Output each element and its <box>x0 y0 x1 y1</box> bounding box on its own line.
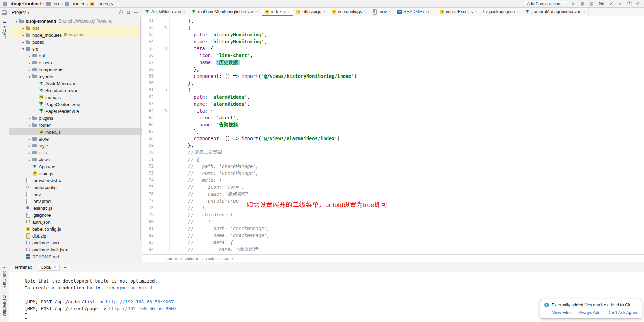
history-icon[interactable] <box>626 1 632 7</box>
collapse-arrow-icon[interactable]: ▾ <box>27 123 32 127</box>
code-line[interactable]: 76 // name: '盘点管理', <box>142 190 644 197</box>
tool-button-favorites[interactable]: 2: Favorites <box>2 295 7 316</box>
code-line[interactable]: 83 // meta: { <box>142 239 644 246</box>
code-line[interactable]: 65 icon: 'alert', <box>142 114 644 121</box>
tree-item[interactable]: .gitignore <box>9 212 142 218</box>
tool-button-structure[interactable]: 7: Structure <box>2 266 7 288</box>
close-icon[interactable] <box>431 9 433 14</box>
tree-item[interactable]: main.js <box>9 170 142 177</box>
close-icon[interactable] <box>183 9 185 14</box>
tree-item[interactable]: .browserslistrc <box>9 177 142 184</box>
terminal-tab-local[interactable]: Local <box>38 264 60 271</box>
expand-arrow-icon[interactable]: ▸ <box>27 54 32 58</box>
editor-tab[interactable]: package.json <box>480 8 522 16</box>
expand-arrow-icon[interactable]: ▸ <box>20 33 26 37</box>
expand-arrow-icon[interactable]: ▸ <box>27 61 32 65</box>
code-editor[interactable]: 51 },52 {53 path: 'historyMonitoring',54… <box>142 16 644 254</box>
tree-item[interactable]: auth.json <box>9 218 142 225</box>
project-view-dropdown[interactable]: Project <box>12 10 26 15</box>
expand-arrow-icon[interactable]: ▸ <box>20 40 26 44</box>
tree-item[interactable]: ▸style <box>9 142 142 149</box>
tree-item[interactable]: index.js <box>9 128 142 135</box>
code-line[interactable]: 61 { <box>142 87 644 93</box>
tree-item[interactable]: PageContent.vue <box>9 101 142 108</box>
code-line[interactable]: 80 // { <box>142 218 644 225</box>
tree-item[interactable]: README.md <box>9 253 142 260</box>
code-line[interactable]: 67 }, <box>142 128 644 135</box>
editor-tab[interactable]: importExcel.js <box>436 8 480 16</box>
terminal-link[interactable]: http://192.168.66.56:9007 <box>106 299 174 304</box>
editor-tab[interactable]: index.js <box>262 8 293 16</box>
tree-item[interactable]: ▾src <box>9 45 142 52</box>
code-line[interactable]: 60 }, <box>142 80 644 87</box>
code-line[interactable]: 72 // path: 'checkManage', <box>142 163 644 170</box>
close-icon[interactable] <box>583 9 585 14</box>
close-icon[interactable] <box>256 9 259 14</box>
code-line[interactable]: 52 { <box>142 24 644 31</box>
tree-item[interactable]: package-lock.json <box>9 246 142 253</box>
breadcrumb-item[interactable]: index.js <box>89 1 113 6</box>
notification-action[interactable]: Don't Ask Again <box>607 310 637 315</box>
code-line[interactable]: 68 component: () => import('@/views/alar… <box>142 135 644 142</box>
editor-tab[interactable]: http-api.js <box>293 8 328 16</box>
breadcrumb-item[interactable]: duoji-frontend <box>3 1 41 6</box>
code-line[interactable]: 82 // name: 'checkManage', <box>142 232 644 239</box>
tree-item[interactable]: ▸plugins <box>9 115 142 122</box>
editor-tab[interactable]: AsideMenu.vue <box>142 8 188 16</box>
code-line[interactable]: 64 meta: { <box>142 107 644 114</box>
code-line[interactable]: 54 name: 'historyMonitoring', <box>142 38 644 45</box>
editor-tab[interactable]: realTimeMonitoring\index.vue <box>188 8 262 16</box>
tree-item[interactable]: dist.zip <box>9 232 142 239</box>
breadcrumb-item[interactable]: name <box>222 256 233 261</box>
close-icon[interactable] <box>54 265 56 270</box>
tree-item[interactable]: App.vue <box>9 163 142 170</box>
code-line[interactable]: 66 name: '告警视频' <box>142 121 644 128</box>
code-line[interactable]: 75 // icon: 'form', <box>142 184 644 190</box>
tree-item[interactable]: babel.config.js <box>9 225 142 232</box>
code-line[interactable]: 69 }, <box>142 142 644 149</box>
close-icon[interactable] <box>475 9 477 14</box>
code-line[interactable]: 84 // name: '盘点管理' <box>142 246 644 253</box>
code-line[interactable]: 63 name: 'alarmVideos', <box>142 100 644 107</box>
new-session-icon[interactable] <box>62 265 67 270</box>
close-icon[interactable] <box>517 9 519 14</box>
breadcrumb-item[interactable]: meta <box>206 256 215 261</box>
notification-action[interactable]: View Files <box>552 310 572 315</box>
breadcrumb-item[interactable]: router <box>65 1 85 6</box>
editor-tab[interactable]: vue.config.js <box>328 8 369 16</box>
code-line[interactable]: 53 path: 'historyMonitoring', <box>142 31 644 38</box>
bug-icon[interactable] <box>579 1 585 7</box>
code-line[interactable]: 74 // meta: { <box>142 177 644 184</box>
tree-item[interactable]: ▸node_moduleslibrary root <box>9 32 142 38</box>
coverage-icon[interactable] <box>588 1 594 7</box>
editor-tab[interactable]: .env <box>369 8 394 16</box>
code-line[interactable]: 58 }, <box>142 66 644 73</box>
code-line[interactable]: 81 // path: 'checkManage', <box>142 225 644 232</box>
collapse-arrow-icon[interactable]: ▾ <box>14 19 19 23</box>
collapse-arrow-icon[interactable]: ▾ <box>27 75 32 79</box>
notification-action[interactable]: Always Add <box>579 310 601 315</box>
code-line[interactable]: 71 // { <box>142 156 644 163</box>
tool-button-project[interactable]: 1: Project <box>2 21 7 39</box>
editor-tab[interactable]: README.md <box>394 8 436 16</box>
tree-item[interactable]: Breadcrumb.vue <box>9 87 142 94</box>
code-line[interactable]: 70 //设置二级菜单 <box>142 149 644 156</box>
locate-file-icon[interactable] <box>118 9 124 15</box>
tree-item[interactable]: ▾router <box>9 122 142 128</box>
code-line[interactable]: 56 icon: 'line-chart', <box>142 52 644 59</box>
tree-item[interactable]: ▸store <box>9 135 142 142</box>
tree-item[interactable]: .env.prod <box>9 198 142 205</box>
play-icon[interactable] <box>570 1 576 7</box>
tree-item[interactable]: ▾duoji-frontendD:\zheheWeb\duoji-fronten… <box>9 18 142 25</box>
code-line[interactable]: 79 // children: [ <box>142 211 644 218</box>
add-configuration-button[interactable]: Add Configuration... <box>523 1 567 7</box>
close-icon[interactable] <box>388 9 391 14</box>
tree-item[interactable]: ▾layouts <box>9 73 142 80</box>
code-line[interactable]: 62 path: 'alarmVideos', <box>142 93 644 100</box>
update-icon[interactable] <box>608 1 614 7</box>
rollback-icon[interactable] <box>635 1 641 7</box>
close-icon[interactable] <box>288 9 290 14</box>
expand-arrow-icon[interactable]: ▸ <box>27 144 32 148</box>
expand-arrow-icon[interactable]: ▸ <box>27 137 32 141</box>
code-line[interactable]: 59 component: () => import('@/views/hist… <box>142 73 644 80</box>
